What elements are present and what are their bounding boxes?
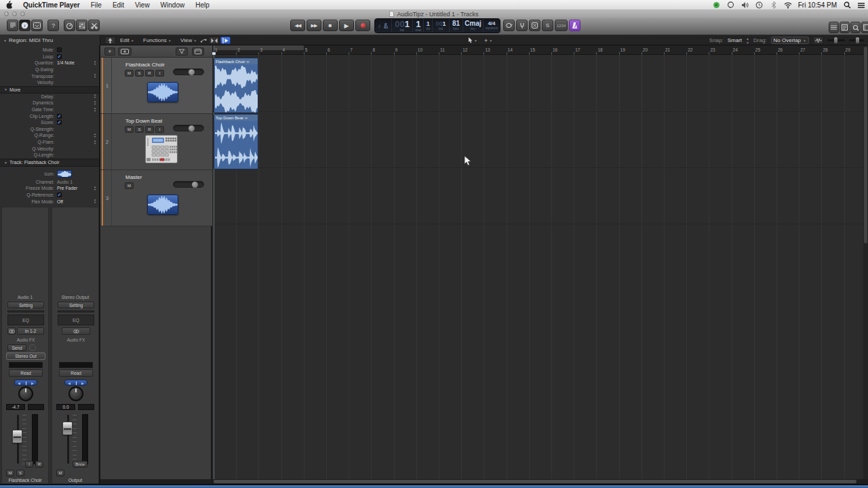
param-checkbox[interactable]: ✓: [57, 114, 62, 119]
track-i-button[interactable]: I: [155, 70, 164, 77]
snap-value[interactable]: Smart: [728, 37, 742, 43]
param-value[interactable]: 1/4 Note: [57, 60, 92, 65]
track-m-button[interactable]: M: [125, 126, 134, 133]
menu-app-name[interactable]: QuickTime Player: [18, 0, 85, 10]
play-button[interactable]: ▶: [339, 20, 354, 31]
media-browser-button[interactable]: [861, 22, 868, 33]
stepper-icon[interactable]: ▲▼: [92, 140, 98, 145]
track-sort-button[interactable]: [176, 47, 188, 56]
toolbar-toggle-button[interactable]: [31, 20, 43, 31]
strip-i-button[interactable]: I: [25, 461, 33, 468]
track-r-button[interactable]: R: [145, 126, 154, 133]
strip-balance-control[interactable]: [64, 380, 87, 386]
strip-format-button[interactable]: [62, 327, 90, 335]
strip-group-slot[interactable]: [59, 362, 93, 368]
functions-menu[interactable]: Functions▼: [143, 37, 172, 44]
strip-group-slot[interactable]: [9, 362, 43, 368]
time-machine-icon[interactable]: [755, 1, 764, 9]
strip-gain-value[interactable]: 0.0: [56, 404, 75, 410]
wifi-icon[interactable]: [784, 1, 792, 9]
strip-gain-value[interactable]: -4.7: [6, 404, 25, 410]
stepper-icon[interactable]: ▲▼: [92, 60, 98, 66]
tracks-area[interactable]: 1234567891011121314151617181920212223242…: [212, 45, 868, 479]
strip-r-button[interactable]: R: [35, 461, 43, 468]
track-volume-knob[interactable]: [189, 69, 195, 75]
smart-controls-button[interactable]: [64, 20, 75, 31]
region-flashback-choir[interactable]: Flashback Choir∞: [214, 58, 258, 113]
menu-item-file[interactable]: File: [85, 0, 107, 10]
quick-help-button[interactable]: ?: [47, 20, 59, 31]
param-value[interactable]: Off: [57, 199, 92, 204]
track-row-flashback-choir[interactable]: 1Flashback ChoirMSRI: [100, 58, 212, 114]
cycle-button[interactable]: [503, 20, 515, 31]
strip-balance-control[interactable]: [14, 380, 37, 386]
param-value[interactable]: Pre Fader: [57, 186, 92, 190]
param-checkbox[interactable]: [57, 47, 62, 52]
strip-fader-cap[interactable]: [12, 430, 22, 443]
menu-item-view[interactable]: View: [130, 0, 155, 10]
stepper-icon[interactable]: ▲▼: [92, 94, 98, 99]
param-checkbox[interactable]: ✓: [57, 192, 62, 197]
bar-ruler[interactable]: 1234567891011121314151617181920212223242…: [212, 45, 868, 55]
menu-item-window[interactable]: Window: [155, 0, 191, 10]
region-inspector-header[interactable]: ▼Region: MIDI Thru: [0, 35, 100, 45]
spotlight-search-icon[interactable]: [843, 1, 851, 9]
strip-pan-knob[interactable]: [68, 386, 83, 401]
add-track-button[interactable]: +: [104, 47, 115, 56]
track-i-button[interactable]: I: [155, 126, 164, 133]
track-volume-slider[interactable]: [173, 181, 204, 188]
lcd-display[interactable]: ♪ 001bar 1beat 1div 001tick 81bpm Cmajke…: [374, 18, 500, 33]
menu-item-edit[interactable]: Edit: [107, 0, 130, 10]
strip-eq-display[interactable]: EQ: [7, 314, 44, 325]
pointer-tool-menu[interactable]: ▼: [468, 37, 477, 44]
strip-pan-knob[interactable]: [18, 386, 33, 401]
strip-send-button[interactable]: Send: [7, 344, 26, 351]
library-button[interactable]: [7, 20, 18, 31]
zoom-window-button[interactable]: [20, 12, 25, 16]
minimize-window-button[interactable]: [12, 12, 17, 16]
horizontal-scrollbar-thumb[interactable]: [214, 480, 856, 483]
tuner-button[interactable]: [516, 20, 528, 31]
stepper-icon[interactable]: ▲▼: [746, 37, 749, 45]
param-checkbox[interactable]: ✓: [57, 54, 62, 59]
strip-format-button[interactable]: [7, 327, 16, 335]
strip-eq-display[interactable]: EQ: [58, 314, 94, 325]
catch-playhead-button[interactable]: [220, 37, 231, 44]
stepper-icon[interactable]: ▲▼: [92, 199, 98, 204]
drag-mode-select[interactable]: No Overlap▼: [771, 37, 809, 44]
replace-button[interactable]: [529, 20, 540, 31]
track-volume-slider[interactable]: [173, 125, 204, 131]
track-volume-slider[interactable]: [173, 68, 204, 75]
track-name[interactable]: Master: [125, 174, 142, 180]
mixer-button[interactable]: [76, 20, 87, 31]
track-m-button[interactable]: M: [125, 70, 134, 77]
param-checkbox[interactable]: ✓: [57, 120, 62, 125]
track-area-arrow-button[interactable]: [105, 37, 115, 44]
more-section-header[interactable]: ▼More: [0, 86, 99, 94]
window-title-bar[interactable]: AudioTipz - Untitled 1 - Tracks: [0, 10, 868, 18]
lists-button[interactable]: [829, 22, 839, 33]
messages-status-icon[interactable]: [727, 1, 735, 9]
strip-bnce-button[interactable]: Bnce: [73, 461, 87, 468]
menu-bar-clock[interactable]: Fri 10:54 PM: [798, 1, 837, 9]
zoom-slider-handle[interactable]: [834, 37, 837, 43]
stepper-icon[interactable]: ▲▼: [92, 100, 98, 106]
vertical-scrollbar[interactable]: [863, 45, 868, 479]
vertical-zoom-slider[interactable]: [827, 39, 845, 41]
strip-m-button[interactable]: M: [56, 470, 64, 476]
rewind-button[interactable]: ◀◀: [290, 20, 305, 31]
strip-audio-fx-label[interactable]: Audio FX: [7, 336, 44, 343]
metronome-button[interactable]: [569, 20, 580, 31]
record-button[interactable]: [355, 20, 370, 31]
strip-automation-mode-button[interactable]: Read: [9, 369, 43, 377]
horizontal-zoom-slider[interactable]: [849, 39, 864, 41]
screen-recording-icon[interactable]: [713, 1, 721, 9]
horizontal-scrollbar[interactable]: [100, 479, 868, 484]
track-row-top-down-beat[interactable]: 2Top Down BeatMSRI: [100, 114, 212, 170]
duplicate-track-button[interactable]: [118, 47, 132, 56]
forward-button[interactable]: ▶▶: [307, 20, 321, 31]
track-m-button[interactable]: M: [125, 182, 134, 189]
track-r-button[interactable]: R: [145, 70, 154, 77]
strip-fader-cap[interactable]: [62, 422, 73, 435]
cycle-range[interactable]: [214, 45, 304, 50]
